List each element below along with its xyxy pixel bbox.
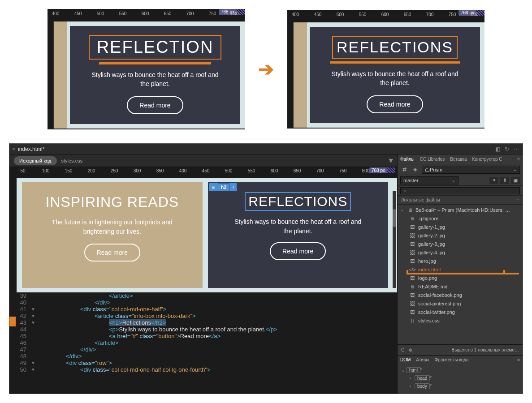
selected-heading[interactable]: REFLECTIONS [245,192,351,211]
refresh-icon[interactable]: C [401,347,404,352]
inspiring-reads-card[interactable]: INSPIRING READS The future is in lighten… [22,182,203,288]
file-item[interactable]: 🖼gallery-1.jpg [398,223,523,231]
read-more-button[interactable]: Read more [367,95,423,113]
ruler-label: 500 [225,168,233,173]
read-more-button[interactable]: Read more [127,96,183,114]
reflections-card[interactable]: ≡ h2 + REFLECTIONS Stylish ways to bounc… [208,182,389,288]
site-select[interactable]: 🗀 Prism⌄ [422,166,520,174]
dom-node[interactable]: html [407,367,420,373]
code-line[interactable]: 46</article> [9,339,397,346]
code-line[interactable]: 43▼<h2>Reflections</h2> [9,319,397,326]
read-more-button[interactable]: Read more [84,244,140,262]
img-icon: 🖼 [408,250,416,255]
ruler-left [9,178,17,292]
panel-menu-icon[interactable]: ≡ [517,157,520,162]
ruler-label: 800 [471,12,479,17]
filter-icon[interactable]: ▼ [387,157,394,165]
file-tree[interactable]: ⌄ 🖥 Веб-сайт – Prism (Macintosh HD:Users… [398,205,523,344]
tab-close-icon[interactable]: × [12,146,15,152]
ruler-label: 800 [362,168,370,173]
ruler-label: 250 [111,168,118,173]
git-terminal-icon[interactable]: ▣ [511,177,520,184]
code-line[interactable]: 45<a href="#" class="button">Read more</… [9,333,397,339]
ruler-label: 700 [426,12,434,17]
search-input[interactable]: ⌕ [400,187,520,194]
file-item[interactable]: 🖼logo.png [398,274,523,282]
twisty-icon[interactable]: ⌄ [400,208,406,212]
code-line[interactable]: 48</div> [9,353,397,360]
snippets-tab[interactable]: Фрагменты кода [434,357,468,362]
code-editor[interactable]: 39</article>40</div>41▼<div class="col c… [9,292,397,394]
scrollbar-thumb[interactable] [393,209,396,227]
plus-icon[interactable]: + [229,183,237,191]
panel-status: C ⊕ Выделено 1 локальных элеме… [398,344,523,355]
file-item[interactable]: 🖼gallery-4.jpg [398,248,523,257]
sort-arrow-icon[interactable]: ↑ [517,197,519,202]
toolbar-icon[interactable]: ◧ [495,146,500,152]
code-line[interactable]: 50▼<div class="col col-md-one-half col-l… [9,366,397,373]
tree-root[interactable]: ⌄ 🖥 Веб-сайт – Prism (Macintosh HD:Users… [398,206,523,214]
code-line[interactable]: 47</div> [9,346,397,353]
file-item[interactable]: 🖼social-pinterest.png [398,299,523,308]
ftp-icon[interactable]: ⇄ [400,166,408,173]
ruler-chevrons-icon [387,167,395,173]
img-icon: 🖼 [408,301,416,306]
code-line[interactable]: 44<p>Stylish ways to bounce the heat off… [9,326,397,333]
code-line[interactable]: 40</div> [9,299,397,306]
ruler-label: 400 [52,11,60,16]
hamburger-icon[interactable]: ≡ [209,183,218,191]
git-push-icon[interactable]: ⬆ [500,177,509,184]
element-badge[interactable]: ≡ h2 + [209,183,237,191]
tab-styles[interactable]: styles.css [61,158,83,163]
code-line[interactable]: 39</article> [9,292,397,299]
file-item[interactable]: 🖼gallery-3.jpg [398,240,523,248]
dom-node[interactable]: head [415,375,430,381]
file-item[interactable]: 🗎README.md [398,282,523,291]
git-commit-icon[interactable]: ✦ [489,177,498,184]
file-name: gallery-1.jpg [418,224,445,230]
img-icon: 🖼 [408,275,416,281]
file-name: social-pinterest.png [418,301,461,306]
panel-tab-files[interactable]: Файлы [400,157,415,162]
panel-tabs: Файлы CC Libraries Вставка Конструктор C… [398,154,523,164]
live-canvas[interactable]: INSPIRING READS The future is in lighten… [9,178,397,292]
panel-toolbar: ⇄ ◈ 🗀 Prism⌄ [398,164,523,175]
panel-menu-icon[interactable]: ≡ [517,357,520,362]
element-tag[interactable]: h2 [218,183,230,191]
file-item[interactable]: 🗎.gitignore [398,214,523,223]
ruler-label: 800 [231,11,239,16]
code-line[interactable]: 42▼<article class="info-box info-box-dar… [9,313,397,319]
card-blurb: Stylish ways to bounce the heat off a ro… [231,217,365,236]
file-item[interactable]: 🖼hero.jpg [398,257,523,265]
file-item[interactable]: </>index.html [398,265,523,274]
tab-name[interactable]: index.html* [18,146,44,152]
panel-tab-cc[interactable]: CC Libraries [420,157,445,162]
file-item[interactable]: {}styles.css [398,316,523,325]
scrollbar[interactable] [393,191,396,288]
preview-before: 768 px 400450500550600650700750800 REFLE… [48,9,245,129]
tab-source-code[interactable]: Исходный код [14,156,57,165]
file-item[interactable]: 🖼social-twitter.png [398,308,523,316]
dom-tab[interactable]: DOM [400,357,411,362]
sync-icon[interactable]: ◈ [411,166,419,173]
panel-tab-constructor[interactable]: Конструктор C [472,157,502,162]
title-box: REFLECTION [89,35,222,60]
file-item[interactable]: 🖼gallery-2.jpg [398,231,523,240]
panel-tab-insert[interactable]: Вставка [450,157,467,162]
read-more-button[interactable]: Read more [270,242,326,260]
card-title: REFLECTION [90,38,221,57]
branch-select[interactable]: master⌄ [400,176,458,184]
doc-icon: 🗎 [408,216,416,221]
collapse-icon[interactable]: ⊕ [409,347,412,352]
ruler-label: 500 [337,12,344,17]
files-panel: Файлы CC Libraries Вставка Конструктор C… [397,154,523,394]
assets-tab[interactable]: Ативы [416,357,429,362]
toolbar-icon[interactable]: ⋯ [514,146,519,152]
img-icon: 🖼 [408,309,416,315]
code-line[interactable]: 41▼<div class="col col-md-one-half"> [9,306,397,313]
dom-tree[interactable]: ⌄html ›head ›body [398,364,523,394]
file-item[interactable]: 🖼social-facebook.png [398,291,523,299]
dom-node[interactable]: body [415,383,430,389]
toolbar-icon[interactable]: ↻ [505,146,509,152]
code-line[interactable]: 49▼<div class="row"> [9,360,397,366]
